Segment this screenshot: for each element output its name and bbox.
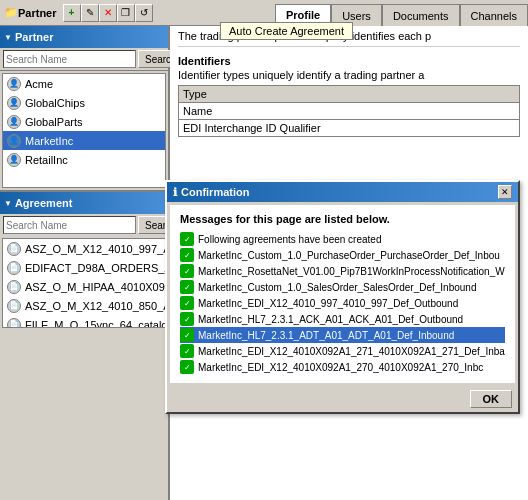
dialog-item-0: ✓ Following agreements have been created	[180, 231, 505, 247]
confirmation-dialog: ℹ Confirmation ✕ Messages for this page …	[165, 180, 520, 414]
status-icon-2: ✓	[180, 264, 194, 278]
dialog-item-3: ✓ MarketInc_Custom_1.0_SalesOrder_SalesO…	[180, 279, 505, 295]
status-icon-7: ✓	[180, 344, 194, 358]
dialog-item-text-6: MarketInc_HL7_2.3.1_ADT_A01_ADT_A01_Def_…	[198, 330, 454, 341]
dialog-item-1: ✓ MarketInc_Custom_1.0_PurchaseOrder_Pur…	[180, 247, 505, 263]
dialog-title-text: Confirmation	[181, 186, 249, 198]
dialog-close-button[interactable]: ✕	[498, 185, 512, 199]
status-icon-8: ✓	[180, 360, 194, 374]
dialog-item-7: ✓ MarketInc_EDI_X12_4010X092A1_271_4010X…	[180, 343, 505, 359]
dialog-item-5: ✓ MarketInc_HL7_2.3.1_ACK_A01_ACK_A01_De…	[180, 311, 505, 327]
status-icon-6: ✓	[180, 328, 194, 342]
status-icon-5: ✓	[180, 312, 194, 326]
dialog-item-text-5: MarketInc_HL7_2.3.1_ACK_A01_ACK_A01_Def_…	[198, 314, 463, 325]
main-window: 📁 Partner + ✎ ✕ ❐ ↺ Profile Users Docume…	[0, 0, 528, 500]
dialog-item-text-4: MarketInc_EDI_X12_4010_997_4010_997_Def_…	[198, 298, 458, 309]
status-icon-3: ✓	[180, 280, 194, 294]
dialog-heading: Messages for this page are listed below.	[180, 213, 505, 225]
dialog-ok-button[interactable]: OK	[470, 390, 513, 408]
dialog-item-text-8: MarketInc_EDI_X12_4010X092A1_270_4010X09…	[198, 362, 483, 373]
dialog-title: ℹ Confirmation	[173, 186, 249, 199]
dialog-icon: ℹ	[173, 186, 177, 199]
dialog-item-2: ✓ MarketInc_RosettaNet_V01.00_Pip7B1Work…	[180, 263, 505, 279]
dialog-item-4: ✓ MarketInc_EDI_X12_4010_997_4010_997_De…	[180, 295, 505, 311]
dialog-titlebar: ℹ Confirmation ✕	[167, 182, 518, 202]
dialog-item-6[interactable]: ✓ MarketInc_HL7_2.3.1_ADT_A01_ADT_A01_De…	[180, 327, 505, 343]
dialog-item-text-7: MarketInc_EDI_X12_4010X092A1_271_4010X09…	[198, 346, 505, 357]
status-icon-1: ✓	[180, 248, 194, 262]
dialog-item-text-1: MarketInc_Custom_1.0_PurchaseOrder_Purch…	[198, 250, 500, 261]
dialog-item-text-2: MarketInc_RosettaNet_V01.00_Pip7B1WorkIn…	[198, 266, 505, 277]
dialog-item-8: ✓ MarketInc_EDI_X12_4010X092A1_270_4010X…	[180, 359, 505, 375]
dialog-overlay: ℹ Confirmation ✕ Messages for this page …	[0, 0, 528, 500]
status-icon-4: ✓	[180, 296, 194, 310]
dialog-item-text-0: Following agreements have been created	[198, 234, 381, 245]
status-icon-0: ✓	[180, 232, 194, 246]
dialog-item-text-3: MarketInc_Custom_1.0_SalesOrder_SalesOrd…	[198, 282, 477, 293]
dialog-content: Messages for this page are listed below.…	[170, 205, 515, 383]
dialog-footer: OK	[167, 386, 518, 412]
